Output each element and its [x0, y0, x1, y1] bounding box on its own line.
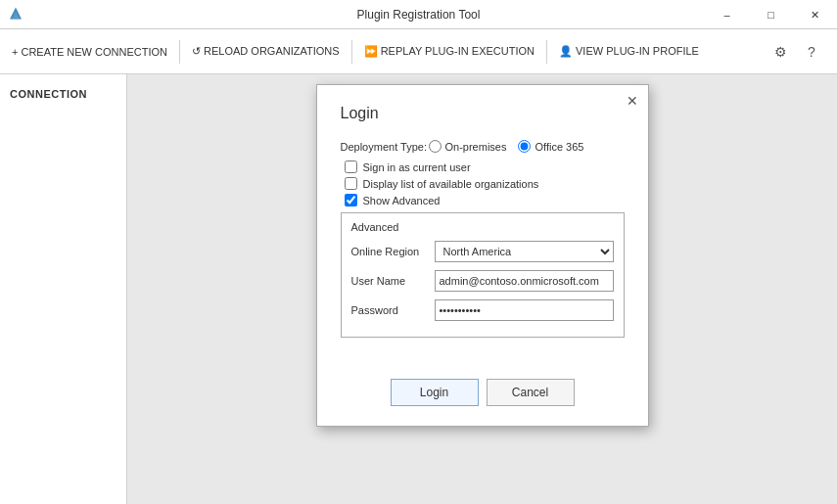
toolbar-separator-2 [351, 40, 352, 64]
show-advanced-row: Show Advanced [341, 194, 625, 206]
view-plugin-profile-button[interactable]: 👤 VIEW PLUG-IN PROFILE [551, 34, 707, 69]
sign-in-current-user-label: Sign in as current user [363, 161, 471, 173]
minimize-button[interactable]: – [705, 0, 749, 29]
modal-body: Login Deployment Type: On-premises Offic… [317, 85, 648, 367]
office365-label: Office 365 [535, 141, 583, 153]
modal-close-button[interactable]: ✕ [623, 91, 642, 111]
create-new-connection-button[interactable]: + CREATE NEW CONNECTION [4, 34, 175, 69]
maximize-button[interactable]: □ [749, 0, 793, 29]
toolbar-right: ⚙ ? [767, 38, 833, 66]
cancel-button[interactable]: Cancel [487, 379, 575, 406]
on-premises-radio[interactable] [429, 140, 442, 153]
title-bar: Plugin Registration Tool – □ ✕ [0, 0, 837, 29]
username-row: User Name [351, 270, 614, 292]
reload-organizations-button[interactable]: ↺ RELOAD ORGANIZATIONS [184, 34, 348, 69]
toolbar-separator-1 [179, 40, 180, 64]
reload-orgs-label: ↺ RELOAD ORGANIZATIONS [192, 45, 340, 58]
display-list-label: Display list of available organizations [363, 178, 539, 190]
center-area: ✕ Login Deployment Type: On-premises [127, 74, 837, 504]
username-input[interactable] [435, 270, 614, 292]
on-premises-option[interactable]: On-premises [429, 140, 507, 153]
replay-plugin-button[interactable]: ⏩ REPLAY PLUG-IN EXECUTION [356, 34, 542, 69]
close-button[interactable]: ✕ [793, 0, 837, 29]
login-button[interactable]: Login [391, 379, 479, 406]
online-region-label: Online Region [351, 246, 435, 257]
office365-radio[interactable] [518, 140, 531, 153]
password-input[interactable] [435, 299, 614, 321]
show-advanced-checkbox[interactable] [345, 194, 357, 206]
deployment-type-group: On-premises Office 365 [429, 140, 584, 153]
display-list-checkbox[interactable] [345, 177, 357, 190]
title-bar-controls: – □ ✕ [705, 0, 837, 29]
advanced-legend: Advanced [351, 221, 614, 233]
main-area: CONNECTION ✕ Login Deployment Type: On-p… [0, 74, 837, 504]
password-row: Password [351, 299, 614, 321]
modal-overlay: ✕ Login Deployment Type: On-premises [127, 74, 837, 504]
modal-footer: Login Cancel [317, 367, 648, 426]
help-button[interactable]: ? [798, 38, 825, 66]
replay-plugin-label: ⏩ REPLAY PLUG-IN EXECUTION [364, 45, 535, 58]
sign-in-current-user-checkbox[interactable] [345, 160, 357, 173]
online-region-row: Online Region North America Europe Asia … [351, 241, 614, 262]
view-plugin-label: 👤 VIEW PLUG-IN PROFILE [559, 45, 699, 58]
display-list-row: Display list of available organizations [341, 177, 625, 190]
settings-button[interactable]: ⚙ [767, 38, 794, 66]
sidebar: CONNECTION [0, 74, 127, 504]
toolbar-separator-3 [546, 40, 547, 64]
modal-title: Login [341, 105, 625, 122]
on-premises-label: On-premises [445, 141, 507, 153]
login-dialog: ✕ Login Deployment Type: On-premises [316, 84, 649, 427]
toolbar: + CREATE NEW CONNECTION ↺ RELOAD ORGANIZ… [0, 29, 837, 74]
title-bar-text: Plugin Registration Tool [357, 8, 481, 22]
deployment-type-row: Deployment Type: On-premises Office 365 [341, 140, 625, 153]
office365-option[interactable]: Office 365 [518, 140, 583, 153]
sign-in-current-user-row: Sign in as current user [341, 160, 625, 173]
show-advanced-label: Show Advanced [363, 195, 441, 206]
create-connection-label: + CREATE NEW CONNECTION [12, 46, 167, 58]
deployment-type-label: Deployment Type: [341, 141, 429, 153]
advanced-section: Advanced Online Region North America Eur… [341, 212, 625, 338]
password-label: Password [351, 304, 435, 316]
username-label: User Name [351, 275, 435, 287]
online-region-select[interactable]: North America Europe Asia Pacific South … [435, 241, 614, 262]
app-logo [8, 5, 23, 23]
connection-label: CONNECTION [0, 82, 126, 106]
